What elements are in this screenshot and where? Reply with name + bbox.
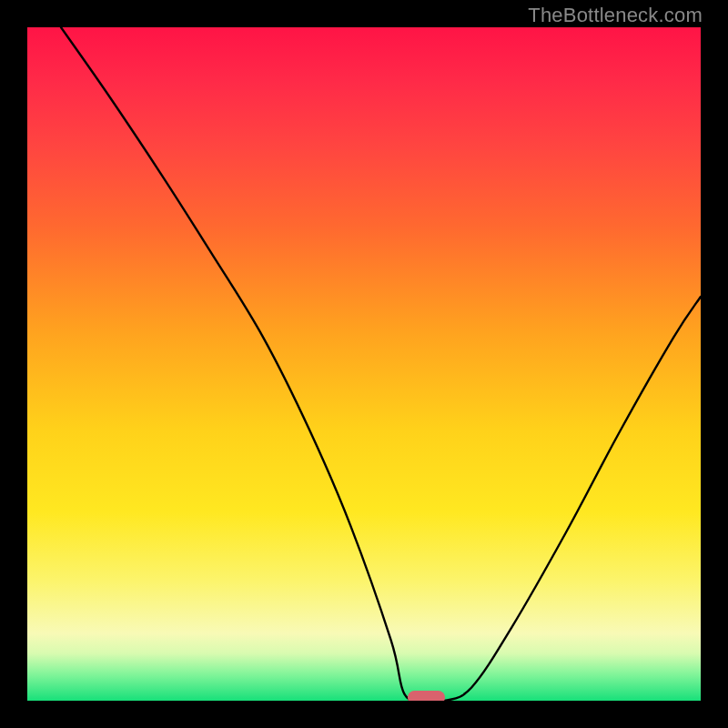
chart-frame: TheBottleneck.com	[0, 0, 728, 728]
plot-area	[27, 27, 701, 701]
bottleneck-curve	[61, 27, 701, 701]
curve-svg	[27, 27, 701, 701]
watermark-text: TheBottleneck.com	[528, 4, 703, 27]
optimal-marker	[408, 691, 445, 701]
